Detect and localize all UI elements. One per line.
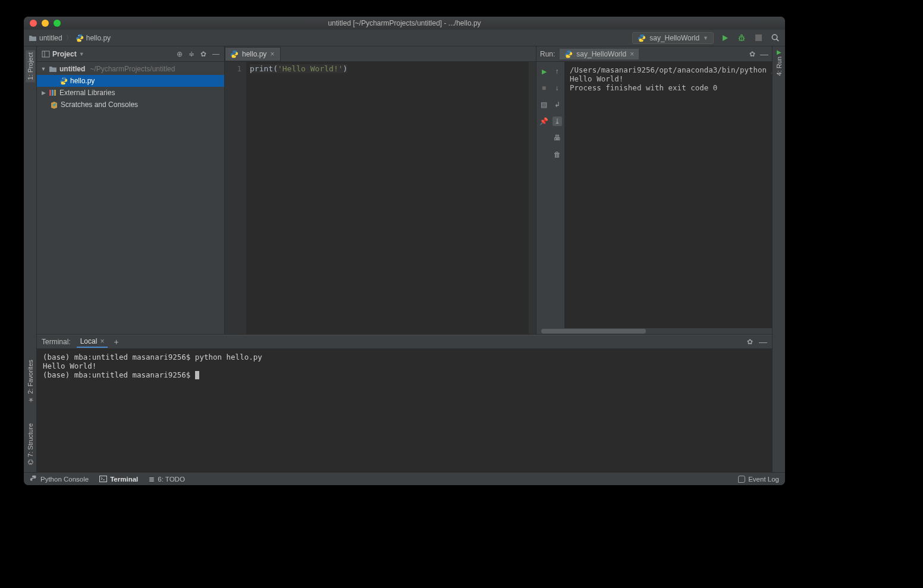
tree-external-libraries[interactable]: ▶ External Libraries — [37, 87, 224, 99]
terminal-body[interactable]: (base) mba:untitled masanari9256$ python… — [37, 349, 772, 472]
new-terminal-button[interactable]: + — [114, 337, 118, 347]
expand-all-icon[interactable]: ≑ — [189, 50, 194, 58]
svg-line-9 — [743, 39, 745, 40]
run-panel-label: Run: — [540, 50, 555, 58]
svg-rect-13 — [42, 51, 49, 57]
terminal-line: (base) mba:untitled masanari9256$ — [43, 370, 766, 379]
status-bar: Python Console Terminal ≣ 6: TODO Event … — [24, 472, 785, 485]
tree-root-path: ~/PycharmProjects/untitled — [90, 65, 175, 73]
console-line: Process finished with exit code 0 — [570, 83, 767, 92]
stop-button[interactable] — [753, 33, 764, 43]
gear-icon[interactable]: ✿ — [749, 50, 755, 58]
project-tree: ▼ untitled ~/PycharmProjects/untitled — [37, 62, 224, 334]
debug-button[interactable] — [736, 33, 747, 43]
project-panel-actions: ⊕ ≑ ✿ — — [177, 50, 219, 58]
down-stack-icon[interactable]: ↓ — [552, 83, 562, 93]
code-area[interactable]: print('Hello World!') — [246, 62, 529, 334]
project-panel-title[interactable]: Project ▼ — [42, 50, 173, 58]
terminal-label: Terminal: — [42, 338, 71, 346]
locate-icon[interactable]: ⊕ — [177, 50, 183, 58]
tool-tab-run[interactable]: ▶ 4: Run — [776, 49, 783, 76]
tree-file-hello[interactable]: hello.py — [37, 75, 224, 87]
tree-root[interactable]: ▼ untitled ~/PycharmProjects/untitled — [37, 63, 224, 75]
content-area: Project ▼ ⊕ ≑ ✿ — ▼ — [37, 46, 772, 472]
print-icon[interactable]: 🖶 — [552, 133, 562, 143]
expand-icon[interactable]: ▶ — [40, 90, 46, 96]
close-tab-icon[interactable]: × — [630, 50, 634, 58]
terminal-icon — [99, 476, 107, 482]
svg-rect-10 — [755, 34, 762, 41]
footer-python-console[interactable]: Python Console — [30, 475, 89, 483]
run-panel-tab[interactable]: say_HelloWorld × — [560, 49, 639, 59]
tool-tab-project[interactable]: 1: Project — [26, 50, 35, 82]
scroll-to-end-icon[interactable]: ⤓ — [552, 117, 562, 126]
tree-scratches[interactable]: Scratches and Consoles — [37, 99, 224, 111]
stop-button[interactable]: ■ — [539, 83, 549, 93]
python-icon — [638, 34, 646, 42]
svg-point-15 — [62, 78, 63, 78]
line-number: 1 — [225, 64, 241, 73]
svg-line-6 — [739, 36, 740, 37]
trash-icon[interactable]: 🗑 — [552, 150, 562, 159]
footer-todo[interactable]: ≣ 6: TODO — [149, 475, 185, 483]
search-everywhere-button[interactable] — [770, 33, 780, 43]
terminal-tab-local[interactable]: Local × — [77, 336, 108, 348]
code-fn: print — [250, 64, 273, 73]
breadcrumb-project-label: untitled — [39, 34, 62, 42]
python-file-icon — [59, 77, 68, 85]
blank-cell — [539, 150, 549, 159]
footer-todo-label: 6: TODO — [158, 476, 185, 483]
hide-panel-icon[interactable]: — — [212, 50, 219, 58]
breadcrumb-file[interactable]: hello.py — [76, 34, 111, 42]
editor-tab-hello[interactable]: hello.py × — [225, 47, 281, 61]
pin-icon[interactable]: 📌 — [539, 117, 549, 126]
window-title: untitled [~/PycharmProjects/untitled] - … — [24, 19, 785, 27]
footer-event-log[interactable]: Event Log — [738, 476, 779, 483]
expand-icon[interactable]: ▼ — [40, 66, 46, 72]
run-configuration-selector[interactable]: say_HelloWorld ▼ — [632, 32, 714, 44]
terminal-cursor — [195, 371, 199, 379]
left-tool-stripe: 1: Project ★ 2: Favorites ⌬ 7: Structure — [24, 46, 37, 472]
terminal-panel: Terminal: Local × + ✿ — (base) mba:untit… — [37, 334, 772, 472]
up-stack-icon[interactable]: ↑ — [552, 67, 562, 76]
tool-tab-favorites[interactable]: ★ 2: Favorites — [25, 357, 35, 406]
editor-gutter: 1 — [225, 62, 246, 334]
run-button[interactable] — [720, 33, 730, 43]
svg-line-8 — [739, 39, 740, 40]
navigation-bar: untitled 〉 hello.py say_HelloWorld ▼ — [24, 30, 785, 46]
scrollbar-thumb[interactable] — [541, 329, 646, 334]
tree-scratches-label: Scratches and Consoles — [61, 100, 138, 109]
layout-icon[interactable]: ▤ — [539, 100, 549, 109]
close-tab-icon[interactable]: × — [270, 50, 274, 58]
footer-python-console-label: Python Console — [40, 476, 89, 483]
star-icon: ★ — [27, 395, 34, 403]
soft-wrap-icon[interactable]: ↲ — [552, 100, 562, 109]
run-tab-label: say_HelloWorld — [576, 50, 626, 58]
hide-panel-icon[interactable]: — — [759, 337, 767, 347]
editor-marker-bar — [529, 62, 536, 334]
tree-external-label: External Libraries — [59, 89, 115, 97]
code-lparen: ( — [273, 64, 278, 73]
tree-file-label: hello.py — [70, 77, 95, 85]
console-line: Hello World! — [570, 74, 767, 83]
console-line: /Users/masanari9256/opt/anaconda3/bin/py… — [570, 65, 767, 74]
footer-terminal[interactable]: Terminal — [99, 476, 138, 483]
run-body: ▶ ↑ ■ ↓ ▤ ↲ 📌 — [536, 62, 772, 328]
editor-body[interactable]: 1 print('Hello World!') — [225, 62, 536, 334]
hide-panel-icon[interactable]: — — [760, 49, 768, 59]
breadcrumb-project[interactable]: untitled — [29, 34, 62, 42]
project-panel-title-label: Project — [52, 50, 77, 58]
folder-icon — [49, 65, 57, 73]
dropdown-icon: ▼ — [703, 35, 708, 41]
run-console[interactable]: /Users/masanari9256/opt/anaconda3/bin/py… — [565, 62, 772, 328]
run-scrollbar[interactable] — [536, 328, 772, 334]
svg-line-7 — [743, 36, 745, 37]
breadcrumb-file-label: hello.py — [86, 34, 111, 42]
gear-icon[interactable]: ✿ — [747, 338, 753, 346]
rerun-button[interactable]: ▶ — [539, 67, 549, 76]
libraries-icon — [49, 89, 57, 96]
gear-icon[interactable]: ✿ — [200, 50, 206, 58]
close-tab-icon[interactable]: × — [100, 337, 104, 345]
tool-tab-structure[interactable]: ⌬ 7: Structure — [25, 421, 35, 467]
editor-area: hello.py × 1 print('Hello World!') — [225, 46, 536, 334]
